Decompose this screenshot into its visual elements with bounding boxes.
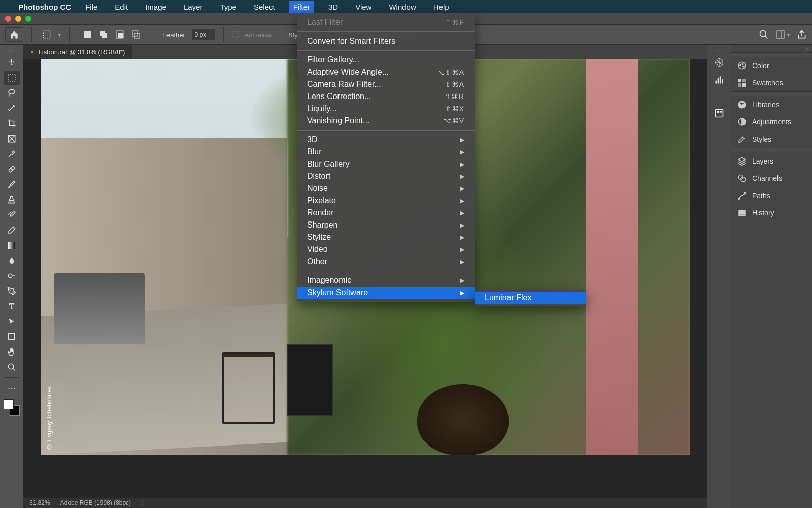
- menu-item-adaptive-wide-angle[interactable]: Adaptive Wide Angle...⌥⇧⌘A: [297, 66, 475, 78]
- menu-item-camera-raw[interactable]: Camera Raw Filter...⇧⌘A: [297, 78, 475, 90]
- menu-item-label: Camera Raw Filter...: [307, 80, 381, 89]
- svg-rect-5: [118, 33, 123, 38]
- tool-wand[interactable]: [4, 101, 20, 115]
- menu-item-video[interactable]: Video▶: [297, 243, 475, 256]
- tool-stamp[interactable]: [4, 193, 20, 207]
- search-icon[interactable]: [759, 29, 769, 40]
- menu-item-liquify[interactable]: Liquify...⇧⌘X: [297, 103, 475, 115]
- menu-window[interactable]: Window: [386, 2, 419, 12]
- menu-item-skylum[interactable]: Skylum Software▶: [297, 287, 475, 299]
- panel-paths[interactable]: Paths: [731, 187, 812, 204]
- tool-dodge[interactable]: [4, 269, 20, 283]
- menu-view[interactable]: View: [352, 2, 375, 12]
- sel-intersect-icon[interactable]: [129, 28, 143, 41]
- menu-select[interactable]: Select: [251, 2, 278, 12]
- menu-item-imagenomic[interactable]: Imagenomic▶: [297, 274, 475, 287]
- tool-eyedropper[interactable]: [4, 147, 20, 161]
- svg-point-8: [760, 31, 766, 37]
- tool-editmode[interactable]: ⋯: [4, 381, 20, 395]
- tool-zoom[interactable]: [4, 360, 20, 374]
- tool-eraser[interactable]: [4, 223, 20, 237]
- menu-filter[interactable]: Filter: [289, 1, 314, 13]
- close-tab-icon[interactable]: ×: [30, 48, 35, 56]
- color-swatches[interactable]: [4, 399, 20, 416]
- tool-shape[interactable]: [4, 330, 20, 344]
- collapse-panels-icon[interactable]: ‹‹: [731, 45, 812, 52]
- feather-input[interactable]: [192, 29, 215, 40]
- status-profile[interactable]: Adobe RGB (1998) (8bpc): [60, 499, 131, 506]
- properties-icon[interactable]: [710, 106, 728, 121]
- tool-history-brush[interactable]: [4, 208, 20, 222]
- tool-gradient[interactable]: [4, 238, 20, 252]
- sel-add-icon[interactable]: [97, 28, 110, 41]
- status-chevron-icon[interactable]: 〉: [141, 499, 147, 507]
- menu-image[interactable]: Image: [142, 2, 170, 12]
- menu-file[interactable]: File: [82, 2, 100, 12]
- menu-item-convert-smart[interactable]: Convert for Smart Filters: [297, 35, 475, 47]
- menu-help[interactable]: Help: [430, 2, 452, 12]
- tool-heal[interactable]: [4, 162, 20, 176]
- traffic-minimize-icon[interactable]: [15, 16, 21, 22]
- navigator-icon[interactable]: [710, 55, 728, 70]
- menu-item-vanishing-point[interactable]: Vanishing Point...⌥⌘V: [297, 115, 475, 127]
- submenu-item-luminar-flex[interactable]: Luminar Flex: [475, 292, 586, 304]
- menu-item-pixelate[interactable]: Pixelate▶: [297, 195, 475, 207]
- menu-3d[interactable]: 3D: [325, 2, 341, 12]
- menu-edit[interactable]: Edit: [112, 2, 131, 12]
- menu-layer[interactable]: Layer: [181, 2, 206, 12]
- sel-subtract-icon[interactable]: [113, 28, 126, 41]
- histogram-icon[interactable]: [710, 72, 728, 87]
- tool-hand[interactable]: [4, 345, 20, 359]
- menu-item-lens-correction[interactable]: Lens Correction...⇧⌘R: [297, 90, 475, 103]
- panel-layers[interactable]: Layers: [731, 152, 812, 170]
- tool-frame[interactable]: [4, 132, 20, 146]
- traffic-zoom-icon[interactable]: [25, 16, 31, 22]
- status-zoom[interactable]: 31.82%: [29, 499, 50, 506]
- menu-item-sharpen[interactable]: Sharpen▶: [297, 219, 475, 231]
- menu-item-filter-gallery[interactable]: Filter Gallery...: [297, 54, 475, 66]
- menu-item-render[interactable]: Render▶: [297, 207, 475, 219]
- tool-crop[interactable]: [4, 116, 20, 131]
- foreground-swatch[interactable]: [4, 399, 14, 409]
- menu-item-3d[interactable]: 3D▶: [297, 134, 475, 146]
- panel-adjustments[interactable]: Adjustments: [731, 113, 812, 131]
- menu-item-noise[interactable]: Noise▶: [297, 182, 475, 195]
- panel-history[interactable]: History: [731, 204, 812, 221]
- collapse-icon[interactable]: ‹‹: [717, 48, 722, 53]
- submenu-arrow-icon: ▶: [460, 259, 464, 265]
- tool-pen[interactable]: [4, 284, 20, 298]
- panel-libraries[interactable]: Libraries: [731, 96, 812, 113]
- panel-grip-icon[interactable]: ››: [9, 48, 15, 53]
- tool-lasso[interactable]: [4, 86, 20, 100]
- tool-path-select[interactable]: [4, 314, 20, 329]
- document-tab[interactable]: × Lisbon.raf @ 31.8% (RGB/8*): [23, 45, 132, 59]
- menu-type[interactable]: Type: [217, 2, 240, 12]
- skylum-submenu: Luminar Flex: [475, 290, 586, 306]
- menu-item-blur[interactable]: Blur▶: [297, 146, 475, 158]
- panel-grip-icon[interactable]: ┈┈┈: [731, 92, 812, 96]
- chevron-down-icon[interactable]: ▾: [58, 32, 61, 38]
- sel-new-icon[interactable]: [81, 28, 94, 41]
- menu-item-stylize[interactable]: Stylize▶: [297, 231, 475, 243]
- marquee-tool-preset[interactable]: [40, 28, 53, 41]
- menu-item-distort[interactable]: Distort▶: [297, 170, 475, 182]
- share-icon[interactable]: [797, 29, 807, 40]
- menu-item-blur-gallery[interactable]: Blur Gallery▶: [297, 158, 475, 170]
- traffic-close-icon[interactable]: [5, 16, 11, 22]
- svg-point-37: [742, 64, 743, 65]
- panel-channels[interactable]: Channels: [731, 170, 812, 187]
- menu-item-other[interactable]: Other▶: [297, 256, 475, 268]
- tool-type[interactable]: [4, 299, 20, 313]
- panel-swatches[interactable]: Swatches: [731, 74, 812, 91]
- tool-blur[interactable]: [4, 253, 20, 268]
- panel-grip-icon[interactable]: ┈┈┈: [731, 148, 812, 152]
- svg-rect-28: [718, 78, 719, 84]
- tool-move[interactable]: [4, 55, 20, 70]
- panel-color[interactable]: Color: [731, 57, 812, 74]
- workspace-switcher[interactable]: ▾: [776, 30, 790, 39]
- panel-styles[interactable]: Styles: [731, 131, 812, 148]
- panel-grip-icon[interactable]: ┈┈┈: [731, 53, 812, 57]
- tool-brush[interactable]: [4, 177, 20, 192]
- tool-marquee[interactable]: [4, 71, 20, 85]
- home-button[interactable]: [5, 27, 23, 42]
